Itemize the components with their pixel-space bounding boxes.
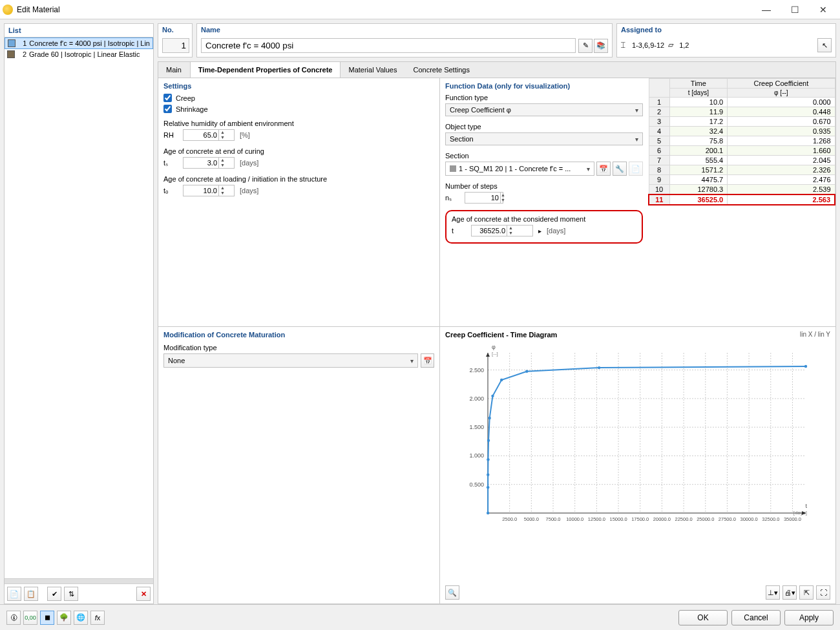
- nsteps-input[interactable]: ▲▼: [465, 192, 503, 204]
- chart-maximize-button[interactable]: ⛶: [816, 585, 830, 600]
- svg-point-50: [491, 395, 494, 397]
- spinner-up-icon[interactable]: ▲: [218, 130, 226, 135]
- svg-point-47: [487, 458, 489, 461]
- pick-button[interactable]: ↖: [817, 38, 832, 52]
- no-input[interactable]: [162, 38, 189, 53]
- section-select[interactable]: 1 - SQ_M1 20 | 1 - Concrete f'c = ...▾: [445, 162, 594, 176]
- table-row[interactable]: 81571.22.326: [649, 165, 835, 175]
- function-type-select[interactable]: Creep Coefficient φ▾: [445, 103, 643, 116]
- t0-symbol: t₀: [163, 187, 178, 195]
- tool-tree-button[interactable]: 🌳: [57, 611, 71, 625]
- name-input[interactable]: [201, 38, 576, 53]
- shrinkage-checkbox[interactable]: Shrinkage: [163, 105, 434, 113]
- check-button[interactable]: ✔: [47, 587, 61, 601]
- material-swatch-icon: [8, 39, 16, 47]
- new-item-button[interactable]: 📄: [7, 587, 21, 601]
- object-type-select[interactable]: Section▾: [445, 132, 643, 145]
- tool-info-button[interactable]: 🛈: [6, 611, 21, 625]
- t0-label: Age of concrete at loading / initiation …: [163, 175, 434, 183]
- list-item[interactable]: 1 Concrete f'c = 4000 psi | Isotropic | …: [5, 37, 153, 49]
- ts-symbol: tₛ: [163, 159, 178, 167]
- svg-text:17500.0: 17500.0: [631, 516, 649, 522]
- sort-button[interactable]: ⇅: [64, 587, 78, 601]
- table-row[interactable]: 211.90.448: [649, 107, 835, 117]
- svg-text:35000.0: 35000.0: [784, 516, 801, 522]
- chevron-down-icon: ▾: [635, 136, 638, 143]
- maximize-button[interactable]: ☐: [781, 1, 809, 19]
- table-row[interactable]: 94475.72.476: [649, 175, 835, 185]
- table-row[interactable]: 317.20.670: [649, 117, 835, 127]
- table-row[interactable]: 110.00.000: [649, 98, 835, 107]
- scrollbar[interactable]: [5, 578, 153, 583]
- spinner-up-icon[interactable]: ▲: [218, 158, 226, 163]
- age-label: Age of concrete at the considered moment: [452, 215, 636, 223]
- tool-units-button[interactable]: 0,00: [23, 611, 37, 625]
- assigned-to-field: Assigned to ⌶1-3,6,9-12 ▱1,2 ↖: [616, 23, 836, 58]
- spinner-up-icon[interactable]: ▲: [507, 226, 514, 231]
- section-new-button[interactable]: 📄: [629, 162, 643, 176]
- rh-input[interactable]: ▲▼: [183, 129, 235, 141]
- tool-fx-button[interactable]: fx: [90, 611, 105, 625]
- tool-color-button[interactable]: ◼: [40, 611, 54, 625]
- spinner-down-icon[interactable]: ▼: [218, 191, 226, 196]
- chart-export-button[interactable]: ⇱: [799, 585, 814, 600]
- library-button[interactable]: 📚: [594, 39, 608, 53]
- svg-text:1.500: 1.500: [469, 424, 484, 430]
- table-row[interactable]: 7555.42.045: [649, 156, 835, 165]
- ts-input[interactable]: ▲▼: [183, 157, 235, 169]
- svg-text:22500.0: 22500.0: [675, 516, 693, 522]
- age-input[interactable]: ▲▼: [471, 225, 533, 236]
- table-row[interactable]: 1012780.32.539: [649, 185, 835, 195]
- delete-button[interactable]: ✕: [136, 587, 151, 601]
- apply-button[interactable]: Apply: [784, 610, 834, 625]
- tab-main[interactable]: Main: [158, 62, 190, 78]
- data-table[interactable]: Time Creep Coefficient t [days] φ [--] 1…: [648, 78, 835, 205]
- spinner-down-icon[interactable]: ▼: [500, 198, 505, 203]
- cancel-button[interactable]: Cancel: [731, 610, 781, 625]
- table-row[interactable]: 6200.11.660: [649, 146, 835, 156]
- spinner-up-icon[interactable]: ▲: [218, 185, 226, 191]
- table-row[interactable]: 575.81.268: [649, 136, 835, 146]
- svg-text:2.500: 2.500: [469, 367, 484, 373]
- creep-checkbox[interactable]: Creep: [163, 94, 434, 102]
- copy-item-button[interactable]: 📋: [24, 587, 38, 601]
- edit-name-button[interactable]: ✎: [578, 39, 593, 53]
- tab-concrete-settings[interactable]: Concrete Settings: [405, 62, 478, 78]
- modification-type-select[interactable]: None▾: [163, 353, 418, 368]
- chart-axes-button[interactable]: ⊥▾: [766, 585, 780, 600]
- function-data-panel: Function Data (only for visualization) F…: [440, 78, 648, 326]
- t0-input[interactable]: ▲▼: [183, 185, 235, 196]
- section-lib-button[interactable]: 📅: [596, 162, 611, 176]
- axis-mode-label: lin X / lin Y: [800, 331, 830, 338]
- table-row[interactable]: 1136525.02.563: [649, 194, 835, 205]
- table-row[interactable]: 432.40.935: [649, 127, 835, 136]
- spinner-up-icon[interactable]: ▲: [500, 193, 505, 198]
- spinner-down-icon[interactable]: ▼: [218, 163, 226, 168]
- modification-edit-button[interactable]: 📅: [421, 353, 434, 368]
- modification-panel: Modification of Concrete Maturation Modi…: [158, 327, 440, 604]
- material-swatch-icon: [7, 50, 15, 58]
- svg-text:12500.0: 12500.0: [588, 516, 605, 522]
- svg-text:32500.0: 32500.0: [762, 516, 779, 522]
- chart-print-button[interactable]: 🖨▾: [782, 585, 797, 600]
- ts-unit: [days]: [240, 159, 258, 167]
- material-list[interactable]: 1 Concrete f'c = 4000 psi | Isotropic | …: [5, 37, 153, 578]
- rh-label: Relative humidity of ambient environment: [163, 120, 434, 127]
- section-edit-button[interactable]: 🔧: [613, 162, 627, 176]
- list-item[interactable]: 2 Grade 60 | Isotropic | Linear Elastic: [5, 49, 153, 59]
- tab-time-dependent[interactable]: Time-Dependent Properties of Concrete: [190, 62, 341, 78]
- tab-material-values[interactable]: Material Values: [341, 62, 405, 78]
- list-item-label: Grade 60 | Isotropic | Linear Elastic: [29, 50, 140, 58]
- svg-point-54: [804, 365, 807, 368]
- settings-panel: Settings Creep Shrinkage Relative humidi…: [158, 78, 440, 326]
- minimize-button[interactable]: —: [752, 1, 781, 19]
- zoom-button[interactable]: 🔍: [445, 585, 459, 600]
- tool-globe-button[interactable]: 🌐: [74, 611, 88, 625]
- spinner-down-icon[interactable]: ▼: [218, 135, 226, 140]
- app-icon: [3, 5, 13, 15]
- titlebar: Edit Material — ☐ ✕: [0, 0, 840, 19]
- arrow-right-icon[interactable]: ▸: [538, 227, 541, 235]
- close-button[interactable]: ✕: [809, 1, 837, 19]
- ok-button[interactable]: OK: [678, 610, 728, 625]
- spinner-down-icon[interactable]: ▼: [507, 231, 514, 236]
